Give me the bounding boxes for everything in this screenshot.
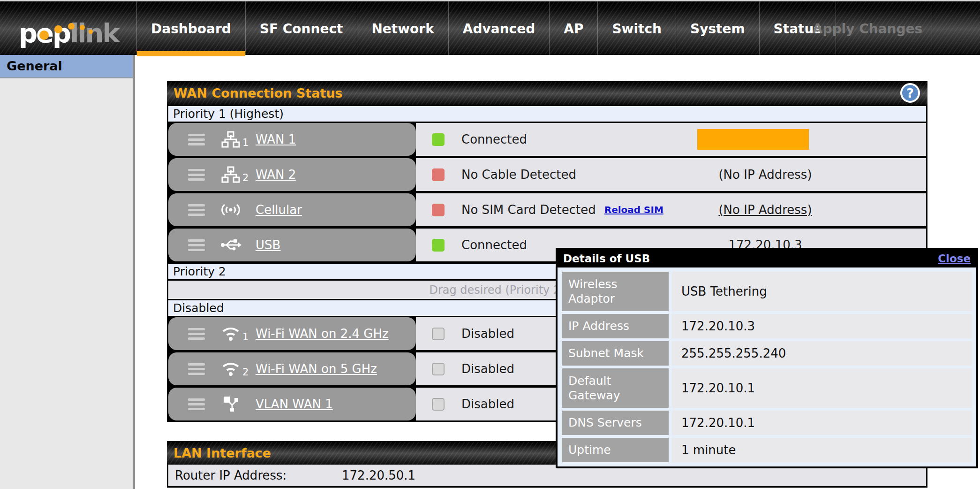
popup-close-link[interactable]: Close	[938, 252, 971, 265]
tab-network[interactable]: Network	[357, 1, 448, 56]
logo-text-link: link	[70, 18, 119, 48]
disabled-checkbox	[432, 363, 445, 375]
apply-changes-button[interactable]: Apply Changes	[803, 1, 932, 56]
popup-row-label: Subnet Mask	[562, 341, 669, 366]
drag-handle-icon[interactable]	[188, 169, 205, 181]
router-ip-label: Router IP Address:	[175, 468, 286, 482]
popup-body: Wireless Adaptor USB Tethering IP Addres…	[558, 267, 976, 466]
help-icon[interactable]: ?	[900, 83, 920, 103]
wan1-link[interactable]: WAN 1	[256, 132, 296, 146]
port-number: 1	[242, 137, 250, 148]
disabled-checkbox	[432, 398, 445, 411]
wan1-status-cell: Connected	[416, 123, 926, 156]
popup-row-value: 172.20.10.1	[672, 368, 972, 408]
drag-handle-icon[interactable]	[188, 204, 205, 216]
wan-row-cellular: Cellular No SIM Card Detected Reload SIM…	[168, 193, 926, 226]
popup-row-value: 1 minute	[672, 438, 972, 462]
tab-sf-connect[interactable]: SF Connect	[245, 1, 357, 56]
status-light-red	[432, 204, 445, 216]
wifi5-link[interactable]: Wi-Fi WAN on 5 GHz	[256, 362, 377, 376]
logo-dot	[80, 25, 85, 30]
popup-row: Uptime 1 minute	[562, 438, 972, 462]
router-ip-value: 172.20.50.1	[342, 468, 415, 482]
cellular-ip-link[interactable]: (No IP Address)	[688, 203, 843, 217]
usb-interface-cell: USB	[168, 229, 416, 261]
wan-panel-header: WAN Connection Status ?	[167, 81, 927, 105]
wan1-interface-cell: 1 WAN 1	[168, 123, 416, 156]
reload-sim-link[interactable]: Reload SIM	[604, 204, 663, 215]
screen: peplink Dashboard SF Connect Network Adv…	[0, 0, 980, 489]
vlan-interface-cell: VLAN WAN 1	[168, 388, 416, 420]
wan2-ip: (No IP Address)	[688, 168, 843, 182]
cellular-status-cell: No SIM Card Detected Reload SIM (No IP A…	[416, 193, 926, 226]
nav-tabs: Dashboard SF Connect Network Advanced AP…	[136, 1, 836, 56]
lan-panel-title: LAN Interface	[173, 446, 271, 460]
popup-row-label: Wireless Adaptor	[562, 272, 669, 311]
drag-handle-icon[interactable]	[188, 134, 205, 145]
popup-row: Wireless Adaptor USB Tethering	[562, 272, 972, 311]
popup-title: Details of USB	[563, 252, 650, 265]
popup-row-value: 255.255.255.240	[672, 341, 972, 366]
wan2-interface-cell: 2 WAN 2	[168, 158, 416, 191]
wifi24-status: Disabled	[461, 327, 514, 341]
top-navbar: peplink Dashboard SF Connect Network Adv…	[0, 0, 980, 55]
tab-ap[interactable]: AP	[549, 1, 597, 56]
peplink-logo[interactable]: peplink	[19, 20, 119, 46]
popup-row: DNS Servers 172.20.10.1	[562, 411, 972, 435]
wan2-status-cell: No Cable Detected (No IP Address)	[416, 158, 926, 191]
priority-1-section-label: Priority 1 (Highest)	[168, 106, 926, 123]
drag-handle-icon[interactable]	[188, 398, 205, 410]
popup-row-label: Uptime	[562, 438, 669, 462]
wifi24-link[interactable]: Wi-Fi WAN on 2.4 GHz	[256, 327, 389, 341]
logo-dot	[54, 25, 62, 33]
vlan-icon	[220, 396, 241, 413]
port-number: 2	[242, 367, 250, 378]
cellular-status: No SIM Card Detected	[461, 203, 596, 217]
popup-row-label: Default Gateway	[562, 368, 669, 408]
cellular-icon	[220, 202, 241, 217]
disabled-checkbox	[432, 328, 445, 340]
logo-dot	[89, 30, 93, 34]
wifi-icon	[220, 326, 241, 342]
wan2-link[interactable]: WAN 2	[256, 168, 296, 182]
popup-row-value: 172.20.10.3	[672, 314, 972, 338]
sidebar-item-general[interactable]: General	[0, 55, 133, 78]
popup-row: Default Gateway 172.20.10.1	[562, 368, 972, 408]
tab-advanced[interactable]: Advanced	[448, 1, 549, 56]
wifi5-interface-cell: 2 Wi-Fi WAN on 5 GHz	[168, 352, 416, 385]
drag-handle-icon[interactable]	[188, 328, 205, 340]
vlan-status: Disabled	[461, 397, 514, 411]
status-light-red	[432, 168, 445, 181]
popup-row-value: USB Tethering	[672, 272, 972, 311]
tab-dashboard[interactable]: Dashboard	[136, 1, 245, 56]
popup-row-label: DNS Servers	[562, 411, 669, 435]
tab-system[interactable]: System	[676, 1, 759, 56]
usb-link[interactable]: USB	[256, 238, 280, 252]
popup-row-value: 172.20.10.1	[672, 411, 972, 435]
logo-dot	[39, 31, 49, 40]
wan-panel-title: WAN Connection Status	[173, 86, 343, 100]
port-number: 2	[242, 172, 250, 183]
wifi24-interface-cell: 1 Wi-Fi WAN on 2.4 GHz	[168, 317, 416, 350]
wifi-icon	[220, 361, 241, 377]
cellular-interface-cell: Cellular	[168, 193, 416, 226]
status-light-green	[432, 239, 445, 252]
ethernet-icon	[220, 131, 241, 148]
popup-titlebar: Details of USB Close	[558, 250, 976, 267]
drag-handle-icon[interactable]	[188, 363, 205, 375]
drag-handle-icon[interactable]	[188, 239, 205, 251]
cellular-link[interactable]: Cellular	[256, 203, 302, 217]
wan-row-wan1: 1 WAN 1 Connected	[168, 123, 926, 156]
wifi5-status: Disabled	[461, 362, 514, 376]
usb-details-popup: Details of USB Close Wireless Adaptor US…	[556, 248, 978, 468]
wan2-status: No Cable Detected	[461, 168, 576, 182]
ethernet-icon	[220, 166, 241, 183]
tab-switch[interactable]: Switch	[597, 1, 676, 56]
vlan-link[interactable]: VLAN WAN 1	[256, 397, 333, 411]
sidebar: General	[0, 55, 135, 489]
logo-dot	[68, 23, 75, 30]
popup-row: IP Address 172.20.10.3	[562, 314, 972, 338]
status-light-green	[432, 133, 445, 146]
port-number: 1	[242, 331, 250, 343]
redacted-ip-block	[697, 129, 809, 150]
